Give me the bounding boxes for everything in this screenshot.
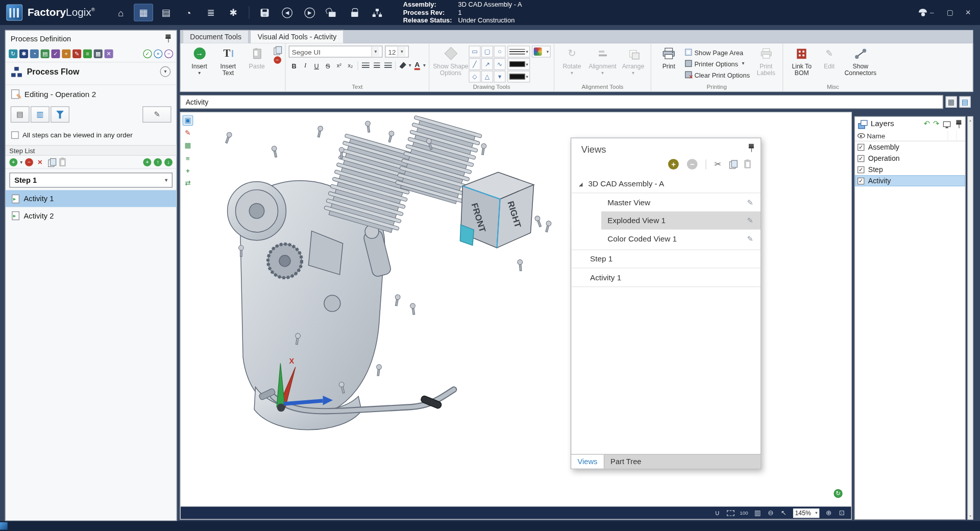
align-right-button[interactable] — [382, 60, 393, 71]
select-tool-button[interactable]: ▣ — [183, 115, 193, 126]
font-color-button[interactable]: A — [412, 60, 423, 71]
ellipse-tool[interactable]: ○ — [494, 45, 505, 57]
show-page-area-button[interactable]: Show Page Area — [685, 47, 750, 57]
step-selector[interactable]: Step 1 — [9, 173, 173, 187]
fit-screen-icon[interactable] — [943, 121, 951, 127]
name-column-header[interactable]: Name — [867, 132, 947, 139]
arrow-tool[interactable]: ↗ — [481, 58, 493, 70]
cut-view-button[interactable]: ✂ — [715, 159, 721, 168]
tab-views[interactable]: Views — [571, 455, 604, 469]
report-button[interactable]: ▤ — [41, 49, 50, 58]
tree-item-step[interactable]: Step 1 — [571, 250, 761, 269]
zoom-out-button[interactable]: ⊖ — [767, 509, 774, 517]
line-color-combo[interactable] — [507, 70, 530, 82]
filter-view-button[interactable] — [51, 106, 69, 123]
pin-icon[interactable] — [748, 144, 754, 152]
forward-button[interactable]: ▶ — [300, 4, 320, 21]
magnet-snap-button[interactable]: ∪ — [714, 509, 721, 517]
fill-color-combo[interactable] — [507, 58, 530, 70]
orientation-cube[interactable]: FRONT RIGHT — [460, 172, 533, 248]
bold-button[interactable]: B — [289, 60, 300, 71]
annotate-tool-button[interactable]: ✎ — [183, 128, 193, 138]
pan-tool-button[interactable]: ⇄ — [183, 178, 193, 188]
rounded-rect-tool[interactable]: ▢ — [481, 45, 493, 57]
layer-checkbox[interactable] — [857, 155, 864, 161]
rename-icon[interactable]: ✎ — [747, 198, 753, 207]
zoom-level-combo[interactable]: 145% — [793, 508, 819, 517]
edit-resource-button[interactable]: ✎ — [72, 49, 81, 58]
add-step-caret[interactable] — [20, 159, 22, 165]
link-to-bom-button[interactable]: Link To BOM — [786, 44, 817, 82]
analytics-button[interactable]: ◔ — [179, 4, 198, 21]
font-size-combo[interactable]: 12 — [385, 45, 409, 57]
add-view-button[interactable]: + — [668, 159, 679, 170]
pointer-button[interactable]: ↖ — [780, 509, 788, 517]
edit-step-button[interactable]: ✎ — [142, 106, 171, 123]
print-labels-button[interactable]: Print Labels — [753, 44, 779, 82]
layer-row-assembly[interactable]: Assembly — [855, 141, 965, 153]
remove-step-button[interactable]: − — [25, 158, 33, 166]
maximize-button[interactable] — [946, 9, 954, 17]
more-shapes-button[interactable]: ▾ — [494, 70, 505, 82]
tree-item-color-coded-view[interactable]: Color Coded View 1 ✎ — [571, 230, 761, 248]
undo-layer-button[interactable]: ↶ — [924, 119, 930, 128]
detail-view-button[interactable]: ▥ — [31, 106, 50, 123]
zoom-in-button[interactable]: ⊕ — [825, 509, 832, 517]
diamond-tool[interactable]: ◇ — [469, 70, 480, 82]
paste-button[interactable]: Paste — [242, 44, 271, 82]
table-tool-button[interactable]: ▦ — [183, 140, 193, 151]
unlock-button[interactable] — [323, 4, 342, 21]
line-tool[interactable]: ╱ — [469, 58, 480, 70]
remove-view-button[interactable]: − — [687, 159, 698, 170]
edit-button[interactable]: ✎ Edit — [817, 44, 841, 82]
underline-button[interactable]: U — [311, 60, 322, 71]
triangle-tool[interactable]: △ — [481, 70, 493, 82]
copy-button[interactable] — [273, 45, 282, 54]
print-button[interactable]: Print — [654, 44, 683, 82]
move-step-up-button[interactable]: ↑ — [154, 158, 162, 166]
add-resource-button[interactable]: + — [62, 49, 70, 58]
layer-checkbox[interactable] — [857, 143, 864, 150]
grid-button[interactable]: ▦ — [94, 49, 103, 58]
activity-name-input[interactable]: Activity — [180, 95, 943, 109]
tab-document-tools[interactable]: Document Tools — [183, 30, 249, 43]
layer-row-activity[interactable]: Activity — [855, 175, 965, 186]
layer-row-operation[interactable]: Operation — [855, 153, 965, 164]
highlight-button[interactable] — [398, 60, 408, 71]
process-planning-button[interactable]: ▦ — [134, 4, 153, 21]
scroll-up-icon[interactable]: ▲ — [969, 118, 972, 122]
subscript-button[interactable] — [345, 60, 356, 71]
expand-triangle-icon[interactable]: ◢ — [579, 181, 583, 187]
tree-root-assembly[interactable]: ◢ 3D CAD Assembly - A — [571, 175, 761, 194]
close-button[interactable] — [964, 9, 972, 17]
copy-step-button[interactable] — [47, 158, 56, 166]
info-button[interactable]: + — [154, 49, 162, 58]
vertical-scrollbar[interactable]: ▲ ▼ — [968, 116, 973, 520]
font-color-caret[interactable] — [423, 62, 426, 68]
document-view-button[interactable]: ▤ — [11, 106, 30, 123]
italic-button[interactable]: I — [300, 60, 311, 71]
rectangle-tool[interactable]: ▭ — [469, 45, 480, 57]
layer-checkbox[interactable] — [857, 166, 864, 173]
zoom-100-button[interactable] — [740, 510, 748, 516]
validate-button[interactable]: ✓ — [143, 49, 152, 58]
clear-print-options-button[interactable]: Clear Print Options — [685, 70, 750, 79]
back-button[interactable]: ◀ — [278, 4, 297, 21]
layer-row-step[interactable]: Step — [855, 164, 965, 175]
paste-step-button[interactable] — [58, 158, 67, 166]
any-order-checkbox[interactable] — [11, 131, 19, 139]
verify-button[interactable]: ✓ — [51, 49, 60, 58]
strikethrough-button[interactable]: S — [323, 60, 333, 71]
gradient-fill-combo[interactable] — [532, 45, 551, 57]
save-button[interactable] — [255, 4, 275, 21]
delete-object-button[interactable]: − — [273, 56, 282, 64]
insert-text-button[interactable]: T Insert Text — [214, 44, 242, 82]
redo-layer-button[interactable]: ↷ — [933, 119, 939, 128]
add-step-button[interactable]: + — [9, 158, 17, 166]
documents-button[interactable]: ▤ — [156, 4, 176, 21]
axes-tool-button[interactable]: + — [183, 165, 193, 176]
list-button[interactable]: ≡ — [83, 49, 92, 58]
activity-list-item[interactable]: Activity 2 — [6, 207, 176, 224]
select-region-button[interactable] — [727, 510, 734, 516]
align-left-button[interactable] — [360, 60, 371, 71]
